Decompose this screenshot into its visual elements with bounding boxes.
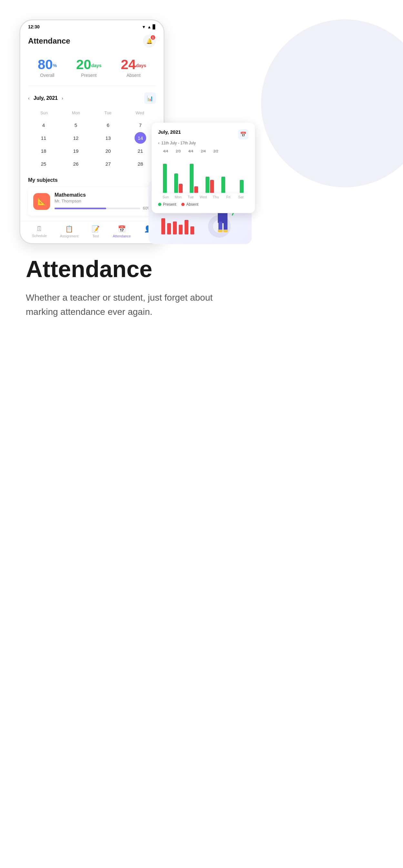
bar-sun-green xyxy=(163,164,167,193)
subject-teacher: Mr. Thompson xyxy=(55,198,151,204)
present-label: Present xyxy=(76,73,102,78)
cal-cell-27[interactable]: 27 xyxy=(102,158,114,169)
subject-card-mathematics[interactable]: 📐 Mathematics Mr. Thompson 60% xyxy=(28,187,156,216)
chart-view-button[interactable]: 📊 xyxy=(144,92,156,104)
chart-legend: Present Absent xyxy=(158,202,248,207)
bar-chart-area: 4/4 2/3 4/4 2/4 2/2 xyxy=(158,149,248,199)
day-header-wed: Wed xyxy=(124,109,156,117)
bar-label-fri xyxy=(223,149,234,153)
signal-icon: ▼ xyxy=(142,25,146,29)
chart-popup-title: July, 2021 xyxy=(158,129,181,135)
cal-cell-28[interactable]: 28 xyxy=(135,158,146,169)
cal-cell-7[interactable]: 7 xyxy=(135,119,146,131)
prev-month-arrow[interactable]: ‹ xyxy=(28,96,30,101)
bar-label-sun: 4/4 xyxy=(160,149,171,153)
bar-label-wed: 2/4 xyxy=(198,149,209,153)
overall-unit: % xyxy=(53,63,57,68)
cal-cell-4[interactable]: 4 xyxy=(38,119,49,131)
bar-label-mon: 2/3 xyxy=(172,149,184,153)
chart-icon: 📊 xyxy=(147,95,153,101)
nav-assignment[interactable]: 📋 Assignment xyxy=(60,225,78,238)
chart-popup: July, 2021 📅 ‹ 11th July - 17th July 4/4… xyxy=(152,123,255,213)
bar-wed-red xyxy=(210,180,214,193)
test-icon: 📝 xyxy=(92,225,100,233)
next-month-arrow[interactable]: › xyxy=(62,96,63,101)
main-heading: Attendance xyxy=(26,257,377,282)
bar-label-tue: 4/4 xyxy=(185,149,197,153)
bar-group-thu xyxy=(221,177,225,193)
bar-day-mon: Mon xyxy=(172,195,184,199)
cal-cell-11[interactable]: 11 xyxy=(38,132,49,144)
status-bar: 12:30 ▼ ▲ ▊ xyxy=(20,20,164,32)
svg-rect-9 xyxy=(184,220,189,235)
subjects-section: My subjects 📐 Mathematics Mr. Thompson 6… xyxy=(20,175,164,221)
bar-thu-green xyxy=(221,177,225,193)
week-range: 11th July - 17th July xyxy=(161,141,196,145)
bar-group-sun xyxy=(163,164,167,193)
subjects-section-title: My subjects xyxy=(28,177,156,183)
bar-mon-green xyxy=(174,174,178,193)
bar-label-sat xyxy=(235,149,246,153)
nav-assignment-label: Assignment xyxy=(60,234,78,238)
cal-cell-14-selected[interactable]: 14 xyxy=(135,132,146,144)
legend-dot-absent xyxy=(181,203,184,206)
cal-cell-20[interactable]: 20 xyxy=(102,145,114,157)
main-description: Whether a teacher or student, just forge… xyxy=(26,290,220,320)
wifi-icon: ▲ xyxy=(147,25,151,29)
app-title: Attendance xyxy=(28,36,70,45)
bar-group-sat xyxy=(240,180,244,193)
calendar-section: ‹ July, 2021 › 📊 Sun Mon Tue Wed xyxy=(20,86,164,175)
cal-cell-25[interactable]: 25 xyxy=(38,158,49,169)
svg-rect-7 xyxy=(173,221,177,235)
progress-bar-wrap: 60% xyxy=(55,206,151,211)
present-value: 20 xyxy=(76,57,91,72)
status-icons: ▼ ▲ ▊ xyxy=(142,25,156,29)
bar-mon-red xyxy=(179,184,182,193)
attendance-icon: 📅 xyxy=(118,225,126,233)
cal-cell-13[interactable]: 13 xyxy=(102,132,114,144)
cal-cell-19[interactable]: 19 xyxy=(70,145,81,157)
stat-overall: 80% Overall xyxy=(38,58,57,78)
nav-schedule[interactable]: 🗓 Schedule xyxy=(32,225,47,238)
assignment-icon: 📋 xyxy=(65,225,73,233)
bar-wed-green xyxy=(205,177,209,193)
bar-day-sun: Sun xyxy=(160,195,171,199)
cal-cell-26[interactable]: 26 xyxy=(70,158,81,169)
svg-rect-15 xyxy=(218,212,228,223)
week-prev-arrow[interactable]: ‹ xyxy=(158,141,159,145)
page-wrapper: 12:30 ▼ ▲ ▊ Attendance 🔔 1 xyxy=(0,0,403,868)
nav-attendance-label: Attendance xyxy=(112,234,131,238)
legend-dot-present xyxy=(158,203,161,206)
cal-cell-18[interactable]: 18 xyxy=(38,145,49,157)
absent-label: Absent xyxy=(121,73,146,78)
nav-attendance[interactable]: 📅 Attendance xyxy=(112,225,131,238)
cal-cell-6[interactable]: 6 xyxy=(102,119,114,131)
bar-group-mon xyxy=(174,174,182,193)
subject-icon-math: 📐 xyxy=(33,193,50,210)
cal-cell-21[interactable]: 21 xyxy=(135,145,146,157)
chart-popup-header: July, 2021 📅 xyxy=(158,129,248,140)
nav-test[interactable]: 📝 Test xyxy=(92,225,100,238)
chart-popup-icon-btn[interactable]: 📅 xyxy=(238,129,248,140)
svg-rect-6 xyxy=(167,223,171,235)
battery-icon: ▊ xyxy=(153,25,156,29)
bar-sat-green xyxy=(240,180,244,193)
stats-row: 80% Overall 20days Present 24days xyxy=(20,53,164,86)
bar-day-wed: Wed xyxy=(198,195,209,199)
svg-rect-21 xyxy=(223,229,228,232)
notification-button[interactable]: 🔔 1 xyxy=(143,35,156,48)
absent-value: 24 xyxy=(121,57,136,72)
bar-day-tue: Tue xyxy=(185,195,197,199)
overall-value: 80 xyxy=(38,57,53,72)
nav-arrows: ‹ July, 2021 › xyxy=(28,95,63,101)
bar-labels-top: 4/4 2/3 4/4 2/4 2/2 xyxy=(159,149,247,153)
stat-absent: 24days Absent xyxy=(121,58,146,78)
nav-test-label: Test xyxy=(92,234,99,238)
cal-cell-5[interactable]: 5 xyxy=(70,119,81,131)
schedule-icon: 🗓 xyxy=(36,225,43,232)
cal-cell-12[interactable]: 12 xyxy=(70,132,81,144)
svg-rect-10 xyxy=(190,226,194,235)
legend-present-label: Present xyxy=(163,202,176,207)
svg-rect-5 xyxy=(161,218,165,235)
subject-info: Mathematics Mr. Thompson 60% xyxy=(55,192,151,211)
